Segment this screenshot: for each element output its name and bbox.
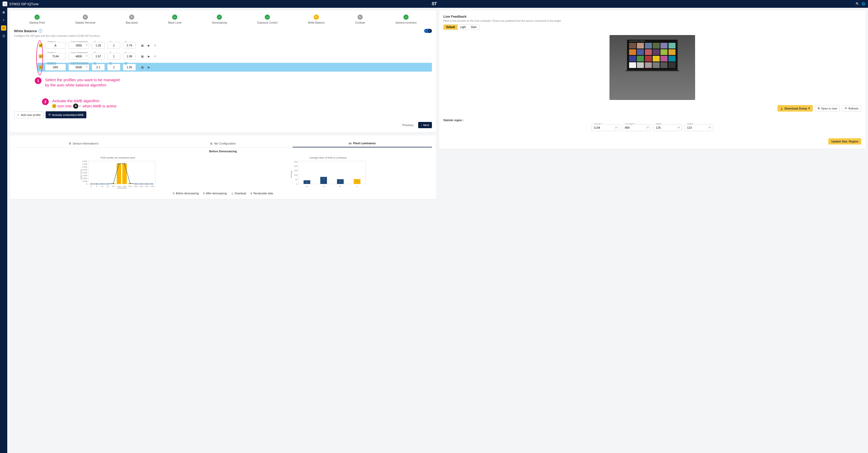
next-button[interactable]: › Next (418, 122, 432, 128)
svg-text:0: 0 (86, 183, 87, 185)
previous-button[interactable]: Previous (400, 122, 415, 128)
profile-row-a[interactable]: ✓ Profile id Color TemperatureK R G B ▦ … (37, 41, 432, 50)
step-statistic-removal[interactable]: ✎Statistic Removal (75, 15, 95, 24)
colorchecker-patch (645, 49, 652, 55)
annotation-awb-suffix-icon: w (79, 104, 81, 108)
colorchecker-patch (637, 49, 644, 55)
annotation-text-2-suffix: when AWB is active (83, 104, 116, 109)
rail-doc-icon[interactable]: ▥ (1, 33, 6, 38)
tab-sensor-info[interactable]: ⚙ Sensor information's (14, 140, 153, 147)
step-exposure-control[interactable]: ✓Exposure Control (257, 15, 277, 24)
seg-dark[interactable]: Dark (468, 25, 479, 30)
info-icon[interactable]: i (39, 29, 42, 33)
profile-checkbox[interactable]: ✓ (39, 55, 42, 58)
before-demosaicing-label: Before demosaicing (176, 192, 198, 195)
globe-icon[interactable]: 🌐 (862, 2, 865, 6)
profile-id-input[interactable] (45, 53, 66, 60)
seg-default[interactable]: Default (443, 25, 458, 30)
profile-row-tl84[interactable]: ✓ Profile id Color TemperatureK R G B ▦ … (37, 52, 432, 61)
colorchecker-patch (637, 43, 644, 49)
colorchecker-patch (669, 49, 675, 55)
section-title: White Balance (14, 29, 37, 33)
open-in-new-button[interactable]: ⧉ Open in new (815, 105, 840, 112)
svg-text:41: 41 (306, 181, 308, 183)
annotation-awb-icon: A (73, 104, 78, 109)
svg-text:16: 16 (101, 185, 103, 188)
svg-text:250: 250 (294, 161, 298, 163)
gain-g-input[interactable] (107, 64, 120, 70)
svg-text:252: 252 (145, 185, 149, 188)
activate-awb-button[interactable]: ⟳ Activate embedded AWB (45, 111, 86, 118)
profile-id-input[interactable] (45, 64, 66, 70)
colorchecker-patch (645, 43, 652, 49)
gain-r-input[interactable] (92, 53, 105, 60)
profile-checkbox[interactable]: ✓ (39, 44, 42, 47)
recalculate-button[interactable]: ↯ Recalculate stats (250, 192, 273, 195)
step-contrast[interactable]: ✎Contrast (355, 15, 365, 24)
add-profile-button[interactable]: ＋ Add new profile (14, 111, 43, 118)
colorchecker-label: colorchecker CLASSIC (629, 40, 645, 42)
grid-icon[interactable]: ▦ (141, 66, 144, 69)
play-icon[interactable]: ▶ (148, 44, 150, 47)
refresh-label: Refresh (848, 107, 859, 110)
gain-b-input[interactable] (123, 42, 136, 49)
step-white-balance[interactable]: ✎White Balance (308, 15, 324, 24)
rail-tune-icon[interactable]: ≡ (1, 25, 6, 31)
rail-cpu-icon[interactable]: ✦ (1, 18, 6, 23)
colorchecker-patch (653, 49, 660, 55)
svg-text:248: 248 (140, 185, 143, 188)
svg-rect-22 (117, 164, 121, 184)
grid-icon[interactable]: ▦ (141, 55, 144, 58)
delete-icon[interactable]: ✕ (154, 44, 156, 47)
rail-usb-icon[interactable]: ⬢ (1, 10, 6, 15)
step-bad-pixels[interactable]: ✎Bad pixels (126, 15, 138, 24)
download-dump-button[interactable]: ⭳ Download Dump ▾ (777, 105, 813, 112)
profile-row-d65[interactable]: ✓ Profile id Color TemperatureK R G B ▦ … (37, 63, 432, 72)
annotation-text-2-line1: Activate the AWB algorithm (52, 98, 116, 104)
theme-segment: Default Light Dark (443, 24, 479, 30)
after-demosaicing-button[interactable]: ↻ After demosaicing (203, 192, 227, 195)
step-gamma-correction[interactable]: ✓Gamma correction (395, 15, 416, 24)
download-dump-label: Download Dump (784, 107, 807, 110)
seg-light[interactable]: Light (458, 25, 468, 30)
gain-b-input[interactable] (123, 53, 136, 60)
profile-id-input[interactable] (45, 42, 66, 49)
before-demosaicing-button[interactable]: ↻ Before demosaicing (173, 192, 198, 195)
colorchecker-patch (669, 43, 675, 49)
download-button[interactable]: ⭳ Download (231, 192, 246, 195)
feedback-subtitle: Have a live preview on the host computer… (443, 20, 861, 22)
grid-icon[interactable]: ▦ (141, 44, 144, 47)
step-demosaicing[interactable]: ✓Demosaicing (212, 15, 227, 24)
colorchecker-patch (660, 56, 668, 61)
colorchecker-patch (637, 56, 644, 61)
refresh-button[interactable]: ⟳ Refresh (842, 105, 861, 112)
play-icon[interactable]: ▶ (148, 55, 150, 58)
annotation-badge-1: 1 (35, 77, 41, 84)
gain-r-input[interactable] (92, 42, 105, 49)
delete-icon[interactable]: ✕ (154, 55, 156, 58)
step-starting-point[interactable]: ✓Starting Point (29, 15, 45, 24)
tab-my-config[interactable]: 🗎 My Configuration (153, 140, 292, 147)
step-black-level[interactable]: ✓Black Level (168, 15, 182, 24)
wb-enable-toggle[interactable] (424, 29, 432, 33)
open-in-new-label: Open in new (821, 107, 837, 110)
gain-g-input[interactable] (107, 42, 120, 49)
svg-text:4: 4 (91, 185, 92, 188)
svg-text:53: 53 (339, 180, 341, 182)
update-stat-region-button[interactable]: Update Stat. Region (828, 138, 861, 144)
svg-text:100: 100 (294, 174, 298, 176)
gain-g-input[interactable] (107, 53, 120, 60)
profile-checkbox[interactable]: ✓ (39, 65, 42, 69)
search-icon[interactable]: 🔍 (856, 2, 860, 6)
play-icon[interactable]: ▶ (148, 66, 150, 69)
svg-text:2,000: 2,000 (82, 177, 87, 179)
tab-sensor-info-label: Sensor information's (72, 142, 98, 145)
chart-left-title: Pixel number per luminance point (14, 157, 222, 159)
svg-text:79: 79 (322, 178, 324, 180)
gain-b-input[interactable] (123, 64, 136, 70)
annotation-text-2: Activate the AWB algorithm ✓ turn into A… (52, 98, 116, 109)
tab-pixel-luminance[interactable]: ⫾⫾ Pixel Luminance (293, 140, 432, 147)
charts-main-title: Before Demosaicing (14, 150, 432, 153)
gain-r-input[interactable] (92, 64, 105, 70)
stat-h-label: Height (686, 123, 694, 125)
